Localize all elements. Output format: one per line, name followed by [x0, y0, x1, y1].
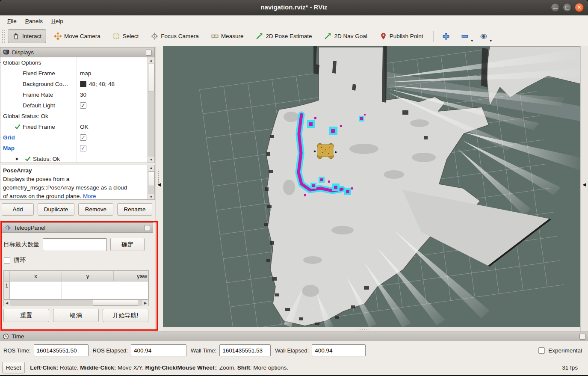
- max-goal-input[interactable]: [43, 238, 107, 251]
- scroll-left-icon[interactable]: ◀: [4, 300, 10, 306]
- row-checkbox[interactable]: ✓: [80, 102, 86, 109]
- time-field: Wall Elapsed:: [275, 344, 366, 356]
- tool-label: Publish Point: [390, 33, 423, 39]
- displays-panel-header[interactable]: Displays: [0, 47, 155, 57]
- chevron-down-icon[interactable]: ▼: [470, 39, 474, 43]
- scroll-right-icon[interactable]: ▶: [142, 300, 148, 306]
- maximize-button[interactable]: ▢: [563, 3, 572, 12]
- more-link[interactable]: More: [83, 193, 96, 199]
- tool-visibility[interactable]: ▼: [476, 31, 491, 42]
- column-header-y[interactable]: y: [62, 271, 114, 281]
- table-cell[interactable]: [62, 281, 114, 299]
- render-view[interactable]: [163, 46, 580, 332]
- scroll-up-icon[interactable]: ▲: [148, 165, 154, 171]
- description-line: of arrows on the ground plane. More: [3, 192, 146, 200]
- minimize-button[interactable]: —: [551, 3, 560, 12]
- teleop-float-button[interactable]: [144, 225, 150, 231]
- panel-splitter[interactable]: ◀: [155, 46, 163, 332]
- tree-row[interactable]: ▶Grid✓: [0, 132, 148, 143]
- tree-row[interactable]: Default Light✓: [0, 100, 148, 111]
- reset-goals-button[interactable]: 重置: [3, 309, 49, 322]
- confirm-button[interactable]: 确定: [110, 238, 145, 251]
- time-field-label: ROS Elapsed:: [93, 347, 128, 354]
- teleop-panel-header[interactable]: TeleopPanel: [2, 222, 153, 233]
- scroll-down-icon[interactable]: ▼: [148, 194, 154, 200]
- view-splitter[interactable]: [163, 327, 580, 332]
- tool-measure[interactable]: Measure: [207, 30, 248, 43]
- tree-row[interactable]: Frame Rate30: [0, 89, 148, 100]
- wallelapsed-input[interactable]: [312, 344, 366, 356]
- tool-pose-estimate[interactable]: 2D Pose Estimate: [251, 30, 316, 43]
- scrollbar-thumb[interactable]: [148, 172, 154, 186]
- tool-zoom-in[interactable]: [439, 31, 453, 42]
- map-view-canvas[interactable]: [163, 46, 580, 327]
- column-header-x[interactable]: x: [10, 271, 62, 281]
- tree-row[interactable]: ▶Status: Ok: [0, 154, 148, 163]
- walltime-input[interactable]: [219, 344, 271, 356]
- green-arrow-icon: [324, 33, 331, 40]
- menu-panels[interactable]: Panels: [21, 17, 47, 26]
- row-checkbox[interactable]: ✓: [80, 145, 86, 151]
- window-controls: —▢✕: [551, 3, 584, 12]
- collapse-right-icon[interactable]: ◀: [582, 182, 586, 187]
- scrollbar-thumb[interactable]: [93, 300, 138, 306]
- description-title: PoseArray: [3, 166, 146, 175]
- experimental-checkbox[interactable]: [538, 347, 545, 354]
- tree-row-label-cell: ▼Global Status: Ok: [0, 111, 77, 121]
- tool-nav-goal[interactable]: 2D Nav Goal: [320, 30, 371, 43]
- scrollbar-thumb[interactable]: [148, 64, 154, 92]
- tool-publish-point[interactable]: Publish Point: [375, 30, 428, 43]
- titlebar[interactable]: navigation.rviz* - RViz —▢✕: [0, 0, 588, 15]
- time-float-button[interactable]: [579, 334, 585, 340]
- tool-move-camera[interactable]: Move Camera: [50, 30, 105, 43]
- displays-tree-scrollbar[interactable]: ▲ ▼: [148, 57, 154, 163]
- row-checkbox[interactable]: ✓: [80, 134, 86, 141]
- tree-row[interactable]: ▼Map✓: [0, 143, 148, 154]
- table-cell[interactable]: [10, 281, 62, 299]
- toolbar-drag-handle[interactable]: [2, 30, 5, 43]
- rename-button[interactable]: Rename: [117, 203, 152, 216]
- reset-button[interactable]: Reset: [2, 362, 25, 373]
- teleop-panel-title: TeleopPanel: [14, 225, 45, 231]
- description-scrollbar[interactable]: ▲ ▼: [148, 165, 154, 200]
- time-panel-header[interactable]: Time: [0, 332, 588, 341]
- tree-row-label-cell: Background Co…: [0, 79, 77, 89]
- tree-row[interactable]: Fixed Framemap: [0, 68, 148, 79]
- tree-row-name: Default Light: [0, 102, 55, 109]
- tool-zoom-out[interactable]: ▼: [458, 31, 472, 42]
- tree-row[interactable]: ▼Global Options: [0, 57, 148, 68]
- tree-row[interactable]: Fixed FrameOK: [0, 121, 148, 132]
- cancel-button[interactable]: 取消: [53, 309, 99, 322]
- table-cell[interactable]: [114, 281, 148, 299]
- tree-row-name: Frame Rate: [0, 92, 53, 98]
- collapse-arrow-icon[interactable]: ▶: [16, 157, 19, 161]
- duplicate-button[interactable]: Duplicate: [38, 203, 74, 216]
- rostime-input[interactable]: [34, 344, 89, 356]
- start-navigation-button[interactable]: 开始导航!: [103, 309, 148, 322]
- chevron-down-icon[interactable]: ▼: [489, 39, 493, 43]
- table-h-scrollbar[interactable]: ◀ ▶: [3, 299, 149, 306]
- loop-checkbox[interactable]: [4, 257, 10, 263]
- right-dock-strip[interactable]: ◀: [580, 46, 588, 332]
- menu-file[interactable]: File: [3, 17, 21, 26]
- description-line: geometry_msgs::PoseArray message as a cl…: [3, 184, 146, 192]
- row-header[interactable]: 1: [4, 281, 10, 299]
- scroll-up-icon[interactable]: ▲: [148, 57, 154, 63]
- close-button[interactable]: ✕: [575, 3, 584, 12]
- tool-interact[interactable]: Interact: [8, 29, 46, 43]
- menu-help[interactable]: Help: [47, 17, 67, 26]
- collapse-left-icon[interactable]: ◀: [157, 182, 161, 187]
- color-swatch[interactable]: [80, 81, 86, 87]
- remove-button[interactable]: Remove: [78, 203, 113, 216]
- tool-label: Focus Camera: [161, 33, 199, 39]
- displays-float-button[interactable]: [146, 50, 152, 56]
- add-button[interactable]: Add: [2, 203, 34, 216]
- tool-select[interactable]: Select: [109, 30, 143, 43]
- column-header-yaw[interactable]: yaw: [114, 271, 148, 281]
- tool-focus-camera[interactable]: Focus Camera: [147, 30, 203, 43]
- tree-row-name: Map: [0, 145, 15, 151]
- tree-row[interactable]: ▼Global Status: Ok: [0, 111, 148, 121]
- scroll-down-icon[interactable]: ▼: [148, 157, 154, 163]
- roselapsed-input[interactable]: [131, 344, 186, 356]
- tree-row[interactable]: Background Co…48; 48; 48: [0, 79, 148, 89]
